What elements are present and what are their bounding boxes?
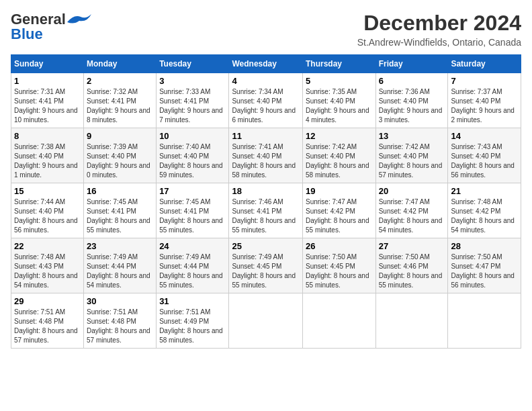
calendar-body: 1Sunrise: 7:31 AM Sunset: 4:41 PM Daylig… xyxy=(11,73,521,349)
day-info: Sunrise: 7:51 AM Sunset: 4:48 PM Dayligh… xyxy=(87,308,150,344)
day-info: Sunrise: 7:49 AM Sunset: 4:44 PM Dayligh… xyxy=(87,253,150,289)
dow-saturday: Saturday xyxy=(448,55,521,73)
day-info: Sunrise: 7:40 AM Sunset: 4:40 PM Dayligh… xyxy=(159,143,223,179)
dow-sunday: Sunday xyxy=(11,55,84,73)
calendar-cell: 5Sunrise: 7:35 AM Sunset: 4:40 PM Daylig… xyxy=(302,73,375,128)
dow-tuesday: Tuesday xyxy=(157,55,229,73)
calendar-cell: 25Sunrise: 7:49 AM Sunset: 4:45 PM Dayli… xyxy=(229,238,303,293)
day-number: 26 xyxy=(306,241,373,251)
dow-friday: Friday xyxy=(375,55,448,73)
day-number: 12 xyxy=(306,131,373,141)
week-row-5: 29Sunrise: 7:51 AM Sunset: 4:48 PM Dayli… xyxy=(11,293,521,349)
day-info: Sunrise: 7:35 AM Sunset: 4:40 PM Dayligh… xyxy=(306,88,369,124)
day-info: Sunrise: 7:51 AM Sunset: 4:49 PM Dayligh… xyxy=(159,308,223,344)
day-number: 20 xyxy=(379,186,445,196)
day-number: 8 xyxy=(14,131,81,141)
calendar-cell: 9Sunrise: 7:39 AM Sunset: 4:40 PM Daylig… xyxy=(84,128,157,183)
calendar-cell: 12Sunrise: 7:42 AM Sunset: 4:40 PM Dayli… xyxy=(302,128,375,183)
day-info: Sunrise: 7:49 AM Sunset: 4:45 PM Dayligh… xyxy=(232,253,296,289)
calendar-subtitle: St.Andrew-Windfields, Ontario, Canada xyxy=(357,37,521,48)
week-row-3: 15Sunrise: 7:44 AM Sunset: 4:40 PM Dayli… xyxy=(11,183,521,238)
calendar-cell: 30Sunrise: 7:51 AM Sunset: 4:48 PM Dayli… xyxy=(84,293,157,349)
calendar-cell: 8Sunrise: 7:38 AM Sunset: 4:40 PM Daylig… xyxy=(11,128,84,183)
day-number: 27 xyxy=(379,241,445,251)
logo-blue: Blue xyxy=(11,26,43,43)
day-info: Sunrise: 7:42 AM Sunset: 4:40 PM Dayligh… xyxy=(379,143,443,179)
day-info: Sunrise: 7:39 AM Sunset: 4:40 PM Dayligh… xyxy=(87,143,150,179)
calendar-cell xyxy=(302,293,375,349)
calendar-cell: 22Sunrise: 7:48 AM Sunset: 4:43 PM Dayli… xyxy=(11,238,84,293)
title-area: December 2024 St.Andrew-Windfields, Onta… xyxy=(357,11,521,48)
day-number: 11 xyxy=(232,131,300,141)
calendar-cell: 1Sunrise: 7:31 AM Sunset: 4:41 PM Daylig… xyxy=(11,73,84,128)
calendar-cell: 24Sunrise: 7:49 AM Sunset: 4:44 PM Dayli… xyxy=(157,238,229,293)
day-info: Sunrise: 7:45 AM Sunset: 4:41 PM Dayligh… xyxy=(159,198,223,234)
day-number: 23 xyxy=(87,241,153,251)
day-info: Sunrise: 7:41 AM Sunset: 4:40 PM Dayligh… xyxy=(232,143,296,179)
calendar-cell: 7Sunrise: 7:37 AM Sunset: 4:40 PM Daylig… xyxy=(448,73,521,128)
day-info: Sunrise: 7:47 AM Sunset: 4:42 PM Dayligh… xyxy=(306,198,369,234)
day-info: Sunrise: 7:44 AM Sunset: 4:40 PM Dayligh… xyxy=(14,198,78,234)
day-number: 6 xyxy=(379,76,445,86)
day-number: 17 xyxy=(159,186,226,196)
day-info: Sunrise: 7:51 AM Sunset: 4:48 PM Dayligh… xyxy=(14,308,78,344)
calendar-cell: 28Sunrise: 7:50 AM Sunset: 4:47 PM Dayli… xyxy=(448,238,521,293)
calendar-cell: 13Sunrise: 7:42 AM Sunset: 4:40 PM Dayli… xyxy=(375,128,448,183)
day-number: 18 xyxy=(232,186,300,196)
day-info: Sunrise: 7:43 AM Sunset: 4:40 PM Dayligh… xyxy=(451,143,515,179)
day-info: Sunrise: 7:46 AM Sunset: 4:41 PM Dayligh… xyxy=(232,198,296,234)
calendar-cell: 15Sunrise: 7:44 AM Sunset: 4:40 PM Dayli… xyxy=(11,183,84,238)
calendar-cell: 27Sunrise: 7:50 AM Sunset: 4:46 PM Dayli… xyxy=(375,238,448,293)
calendar-cell: 19Sunrise: 7:47 AM Sunset: 4:42 PM Dayli… xyxy=(302,183,375,238)
day-number: 31 xyxy=(159,296,226,306)
calendar-cell: 31Sunrise: 7:51 AM Sunset: 4:49 PM Dayli… xyxy=(157,293,229,349)
day-info: Sunrise: 7:50 AM Sunset: 4:47 PM Dayligh… xyxy=(451,253,515,289)
day-number: 28 xyxy=(451,241,518,251)
logo: General Blue xyxy=(11,11,91,43)
week-row-2: 8Sunrise: 7:38 AM Sunset: 4:40 PM Daylig… xyxy=(11,128,521,183)
calendar-cell: 14Sunrise: 7:43 AM Sunset: 4:40 PM Dayli… xyxy=(448,128,521,183)
day-number: 16 xyxy=(87,186,153,196)
week-row-1: 1Sunrise: 7:31 AM Sunset: 4:41 PM Daylig… xyxy=(11,73,521,128)
day-number: 30 xyxy=(87,296,153,306)
calendar-cell: 11Sunrise: 7:41 AM Sunset: 4:40 PM Dayli… xyxy=(229,128,303,183)
calendar-cell: 16Sunrise: 7:45 AM Sunset: 4:41 PM Dayli… xyxy=(84,183,157,238)
day-info: Sunrise: 7:38 AM Sunset: 4:40 PM Dayligh… xyxy=(14,143,78,179)
day-info: Sunrise: 7:48 AM Sunset: 4:42 PM Dayligh… xyxy=(451,198,515,234)
dow-monday: Monday xyxy=(84,55,157,73)
calendar-cell: 2Sunrise: 7:32 AM Sunset: 4:41 PM Daylig… xyxy=(84,73,157,128)
day-info: Sunrise: 7:49 AM Sunset: 4:44 PM Dayligh… xyxy=(159,253,223,289)
calendar-cell: 26Sunrise: 7:50 AM Sunset: 4:45 PM Dayli… xyxy=(302,238,375,293)
calendar-cell: 6Sunrise: 7:36 AM Sunset: 4:40 PM Daylig… xyxy=(375,73,448,128)
day-info: Sunrise: 7:36 AM Sunset: 4:40 PM Dayligh… xyxy=(379,88,443,124)
calendar-cell xyxy=(375,293,448,349)
day-number: 13 xyxy=(379,131,445,141)
calendar-cell: 4Sunrise: 7:34 AM Sunset: 4:40 PM Daylig… xyxy=(229,73,303,128)
day-number: 3 xyxy=(159,76,226,86)
calendar-title: December 2024 xyxy=(357,11,521,36)
day-info: Sunrise: 7:47 AM Sunset: 4:42 PM Dayligh… xyxy=(379,198,443,234)
calendar-cell: 18Sunrise: 7:46 AM Sunset: 4:41 PM Dayli… xyxy=(229,183,303,238)
day-info: Sunrise: 7:45 AM Sunset: 4:41 PM Dayligh… xyxy=(87,198,150,234)
day-info: Sunrise: 7:37 AM Sunset: 4:40 PM Dayligh… xyxy=(451,88,515,124)
day-number: 5 xyxy=(306,76,373,86)
calendar-cell: 17Sunrise: 7:45 AM Sunset: 4:41 PM Dayli… xyxy=(157,183,229,238)
day-number: 9 xyxy=(87,131,153,141)
day-info: Sunrise: 7:50 AM Sunset: 4:46 PM Dayligh… xyxy=(379,253,443,289)
days-of-week-header: SundayMondayTuesdayWednesdayThursdayFrid… xyxy=(11,55,521,73)
calendar-cell xyxy=(448,293,521,349)
day-info: Sunrise: 7:33 AM Sunset: 4:41 PM Dayligh… xyxy=(159,88,223,124)
page-header: General Blue December 2024 St.Andrew-Win… xyxy=(11,11,521,48)
dow-wednesday: Wednesday xyxy=(229,55,303,73)
day-info: Sunrise: 7:42 AM Sunset: 4:40 PM Dayligh… xyxy=(306,143,369,179)
day-number: 2 xyxy=(87,76,153,86)
week-row-4: 22Sunrise: 7:48 AM Sunset: 4:43 PM Dayli… xyxy=(11,238,521,293)
day-number: 19 xyxy=(306,186,373,196)
day-number: 1 xyxy=(14,76,81,86)
day-number: 29 xyxy=(14,296,81,306)
day-number: 14 xyxy=(451,131,518,141)
day-number: 24 xyxy=(159,241,226,251)
calendar-cell: 10Sunrise: 7:40 AM Sunset: 4:40 PM Dayli… xyxy=(157,128,229,183)
calendar-cell xyxy=(229,293,303,349)
day-info: Sunrise: 7:50 AM Sunset: 4:45 PM Dayligh… xyxy=(306,253,369,289)
